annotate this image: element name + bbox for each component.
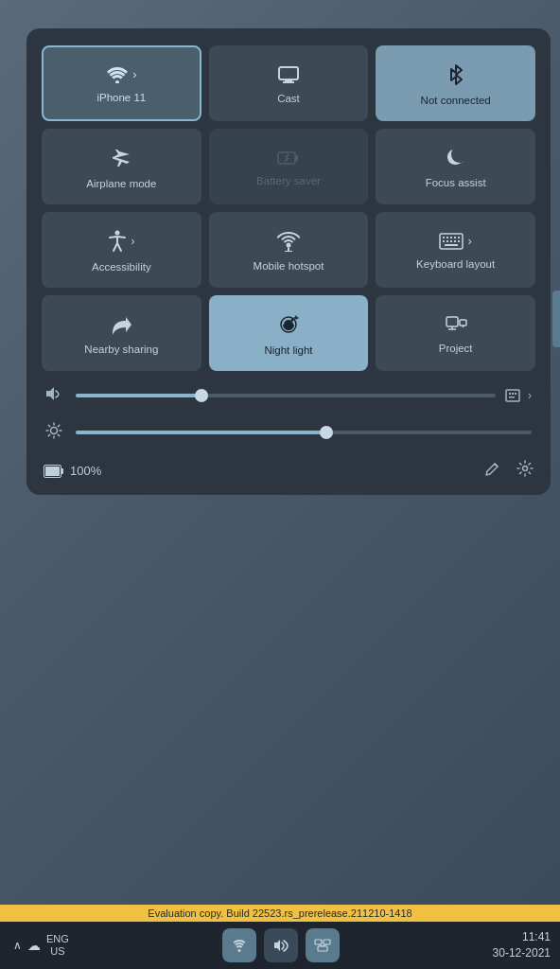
- tile-wifi-label: iPhone 11: [96, 91, 146, 105]
- tile-bluetooth[interactable]: Not connected: [376, 45, 535, 121]
- svg-point-48: [523, 467, 528, 471]
- svg-rect-51: [315, 940, 322, 944]
- tile-keyboard[interactable]: › Keyboard layout: [376, 212, 535, 288]
- accessibility-chevron: ›: [131, 234, 134, 248]
- tile-project[interactable]: Project: [376, 295, 535, 371]
- tile-nearby-sharing[interactable]: Nearby sharing: [42, 295, 201, 371]
- taskbar-date: 30-12-2021: [493, 945, 551, 961]
- settings-icon[interactable]: [516, 460, 534, 482]
- svg-rect-4: [278, 152, 295, 164]
- svg-point-49: [237, 949, 240, 952]
- svg-line-43: [58, 425, 59, 426]
- svg-rect-46: [45, 467, 60, 476]
- accessibility-icon: [108, 230, 127, 253]
- tile-battery-saver[interactable]: Battery saver: [209, 129, 369, 204]
- keyboard-icon: [439, 233, 464, 250]
- svg-rect-1: [279, 67, 298, 79]
- battery-saver-icon: [277, 150, 300, 167]
- tile-accessibility-label: Accessibility: [92, 260, 151, 274]
- cloud-icon[interactable]: ☁: [27, 938, 41, 953]
- svg-point-36: [51, 428, 58, 434]
- volume-chevron[interactable]: ›: [528, 389, 532, 402]
- eval-text: Evaluation copy. Build 22523.rs_prerelea…: [148, 907, 411, 919]
- volume-end[interactable]: ›: [505, 388, 532, 403]
- volume-section: ›: [42, 386, 535, 443]
- svg-rect-12: [446, 237, 448, 238]
- svg-rect-35: [509, 396, 515, 398]
- taskbar: ∧ ☁ ENG US: [0, 922, 560, 969]
- tile-cast[interactable]: Cast: [209, 45, 369, 121]
- svg-rect-25: [446, 317, 458, 326]
- svg-rect-5: [295, 155, 298, 161]
- battery-info: 100%: [44, 464, 101, 478]
- tile-project-label: Project: [439, 342, 473, 356]
- svg-rect-17: [446, 240, 448, 242]
- tile-battery-saver-label: Battery saver: [256, 174, 321, 188]
- hotspot-icon: [277, 231, 300, 252]
- taskbar-chevron[interactable]: ∧: [13, 939, 22, 952]
- quick-settings-panel: › iPhone 11 Cast Not connected: [26, 28, 551, 495]
- tile-focus-assist[interactable]: Focus assist: [376, 129, 535, 204]
- tile-night-label: Night light: [264, 344, 312, 358]
- brightness-track[interactable]: [76, 431, 532, 434]
- svg-rect-53: [318, 946, 327, 951]
- taskbar-time: 11:41: [493, 929, 551, 945]
- svg-line-44: [48, 434, 49, 435]
- svg-rect-21: [445, 244, 458, 246]
- tile-focus-label: Focus assist: [426, 176, 486, 190]
- tile-night-light[interactable]: Night light: [209, 295, 369, 371]
- tile-hotspot-label: Mobile hotspot: [254, 259, 324, 273]
- svg-rect-13: [450, 237, 452, 238]
- wifi-icon: [106, 66, 129, 83]
- eval-bar: Evaluation copy. Build 22523.rs_prerelea…: [0, 905, 560, 922]
- battery-icon: [44, 465, 64, 478]
- tile-airplane-label: Airplane mode: [86, 177, 156, 191]
- tile-accessibility[interactable]: › Accessibility: [42, 212, 201, 288]
- svg-rect-47: [61, 468, 63, 474]
- taskbar-volume-btn[interactable]: [264, 928, 298, 962]
- svg-rect-32: [509, 393, 511, 395]
- share-icon: [111, 314, 131, 335]
- svg-rect-52: [324, 940, 330, 944]
- wifi-chevron: ›: [132, 67, 136, 81]
- svg-rect-2: [285, 79, 292, 81]
- tile-keyboard-label: Keyboard layout: [416, 257, 495, 272]
- svg-rect-16: [443, 240, 445, 242]
- tile-wifi[interactable]: › iPhone 11: [42, 45, 201, 121]
- svg-rect-34: [515, 393, 516, 395]
- quick-tiles-grid: › iPhone 11 Cast Not connected: [42, 45, 535, 371]
- svg-point-7: [286, 242, 290, 247]
- tile-bluetooth-label: Not connected: [421, 94, 491, 108]
- taskbar-network-btn[interactable]: [306, 928, 340, 962]
- taskbar-language[interactable]: ENG US: [46, 933, 69, 958]
- svg-rect-19: [454, 240, 456, 242]
- volume-row: ›: [45, 386, 532, 405]
- svg-rect-11: [443, 237, 445, 238]
- svg-rect-3: [283, 81, 294, 83]
- taskbar-wifi-btn[interactable]: [222, 928, 256, 962]
- taskbar-wifi-icon: [232, 939, 247, 952]
- tile-airplane[interactable]: Airplane mode: [42, 129, 201, 204]
- side-accent: [552, 291, 560, 347]
- svg-rect-31: [506, 390, 519, 401]
- svg-rect-20: [458, 240, 460, 242]
- tile-hotspot[interactable]: Mobile hotspot: [209, 212, 369, 288]
- edit-icon[interactable]: [484, 460, 501, 482]
- svg-line-42: [58, 434, 59, 435]
- lang-line1: ENG: [46, 933, 69, 944]
- lang-line2: US: [50, 945, 64, 957]
- svg-point-0: [115, 80, 119, 83]
- volume-track[interactable]: [76, 394, 496, 397]
- taskbar-clock[interactable]: 11:41 30-12-2021: [493, 929, 551, 961]
- bluetooth-icon: [447, 63, 464, 86]
- moon-icon: [446, 148, 466, 168]
- taskbar-left: ∧ ☁ ENG US: [13, 933, 69, 958]
- svg-rect-14: [454, 237, 456, 238]
- panel-footer: 100%: [42, 460, 535, 482]
- taskbar-center: [222, 928, 340, 962]
- airplane-icon: [110, 147, 132, 169]
- brightness-row: [45, 422, 532, 443]
- footer-actions: [484, 460, 534, 482]
- brightness-icon: [45, 422, 66, 443]
- cast-icon: [277, 65, 300, 84]
